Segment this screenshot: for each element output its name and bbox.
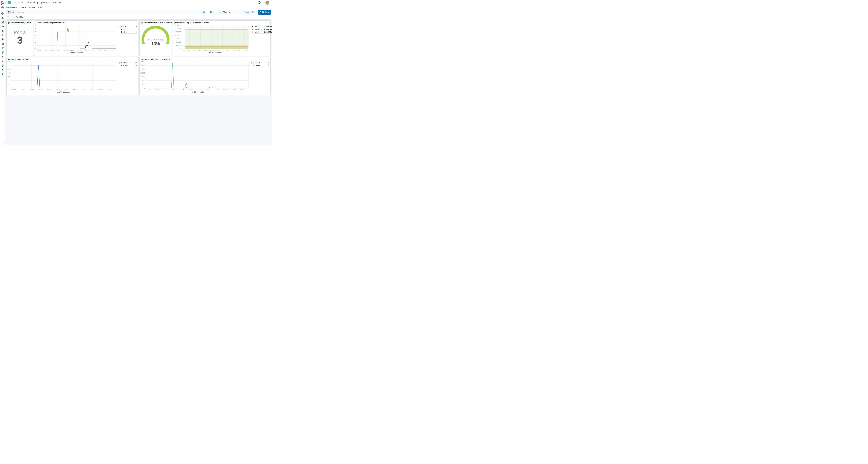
svg-text:16:10: 16:10: [187, 50, 191, 52]
svg-text:17:50: 17:50: [240, 89, 244, 91]
nav-recently-viewed[interactable]: [0, 5, 5, 10]
svg-text:17:10: 17:10: [220, 50, 224, 52]
svg-text:per 60 seconds: per 60 seconds: [70, 52, 83, 54]
panel-title: [Metricbeat Ceph] Pools: [7, 21, 33, 24]
legend-item-slm[interactable]: slm 0: [121, 31, 136, 33]
svg-text:16:20: 16:20: [164, 89, 168, 91]
legend-item-total[interactable]: total 30GB: [252, 25, 272, 28]
legend-expand-icon[interactable]: [118, 25, 121, 55]
legend-item-write[interactable]: write 0: [253, 64, 269, 67]
dashboard-menu: Full screen Share Clone Edit: [5, 5, 42, 9]
svg-text:16:30: 16:30: [57, 50, 61, 52]
header-divider: [263, 0, 264, 5]
svg-text:17:00: 17:00: [64, 89, 68, 91]
svg-text:6: 6: [35, 27, 36, 29]
panel-title: [Metricbeat Ceph] Cluster Disk Stats: [173, 21, 271, 24]
dashboard-icon: [1, 21, 4, 24]
kibana-logo[interactable]: [0, 0, 5, 5]
legend-expand-icon[interactable]: [250, 25, 252, 55]
svg-text:5: 5: [35, 31, 36, 33]
kql-selector[interactable]: KQL: [202, 11, 206, 13]
lock-icon: [1, 55, 4, 58]
svg-text:16:50: 16:50: [56, 89, 60, 91]
throughput-legend: read 0 write 0: [250, 60, 271, 94]
add-filter-button[interactable]: + Add filter: [14, 16, 24, 19]
nav-siem[interactable]: [0, 55, 5, 59]
time-range-value[interactable]: Last 2 hours: [216, 11, 244, 13]
breadcrumb-dashboard[interactable]: Dashboard: [13, 1, 24, 4]
iops-chart[interactable]: 00.511.522.533.516:0016:1016:2016:3016:4…: [7, 60, 118, 94]
share-button[interactable]: Share: [20, 6, 26, 9]
filter-settings-gear-icon[interactable]: [7, 16, 9, 19]
clone-button[interactable]: Clone: [29, 6, 35, 9]
cloud-server-icon: [1, 38, 4, 41]
legend-item-read[interactable]: read 0: [253, 61, 269, 64]
top-header: D Dashboard / [Metricbeat] Ceph Cluster …: [5, 0, 272, 5]
svg-text:2,000: 2,000: [141, 72, 145, 74]
svg-text:17:50: 17:50: [110, 50, 114, 52]
filters-button[interactable]: Filters: [6, 10, 15, 14]
calendar-menu-button[interactable]: [209, 10, 216, 14]
svg-text:17:40: 17:40: [231, 89, 236, 91]
nav-maps[interactable]: [0, 29, 5, 33]
legend-item-rbd[interactable]: rbd 5: [121, 25, 136, 28]
cluster-disk-chart[interactable]: 0B4.657GB9.313GB13.97GB18.626GB23.283GB2…: [173, 24, 250, 55]
panel-cluster-disk-stats: [Metricbeat Ceph] Cluster Disk Stats 0B4…: [173, 20, 271, 56]
dashboard-badge[interactable]: D: [8, 1, 11, 4]
refresh-icon: [259, 11, 261, 13]
help-button[interactable]: [255, 0, 263, 5]
svg-text:17:40: 17:40: [99, 89, 103, 91]
user-avatar[interactable]: e: [266, 1, 270, 4]
nav-management[interactable]: [0, 72, 5, 76]
legend-item-write[interactable]: write 0: [121, 64, 136, 67]
svg-text:16:00: 16:00: [182, 50, 186, 52]
svg-text:17:30: 17:30: [223, 89, 227, 91]
nav-monitoring[interactable]: [0, 67, 5, 72]
nav-dashboard[interactable]: [0, 20, 5, 24]
uptime-icon: [1, 51, 4, 54]
legend-item-pld[interactable]: pld 2: [121, 28, 136, 31]
nav-uptime[interactable]: [0, 50, 5, 55]
nav-metrics[interactable]: [0, 37, 5, 41]
collapse-nav-button[interactable]: [0, 140, 5, 145]
nav-discover[interactable]: [0, 11, 5, 16]
chevron-down-icon: [213, 11, 215, 13]
svg-text:16:40: 16:40: [63, 50, 67, 52]
legend-item-used[interactable]: used 3.014GB: [252, 31, 272, 33]
osd-gauge[interactable]: OSD disk usage 10%: [140, 24, 172, 55]
legend-item-available[interactable]: available 26.986GB: [252, 28, 272, 31]
nav-stack-monitoring[interactable]: [0, 63, 5, 67]
nav-active-highlight: [1, 20, 5, 24]
series-dot: [253, 65, 254, 66]
panel-title: [Metricbeat Ceph] IOPS: [7, 57, 138, 60]
svg-text:0: 0: [9, 87, 10, 89]
edit-button[interactable]: Edit: [38, 6, 42, 9]
show-dates-button[interactable]: Show dates: [244, 11, 256, 13]
refresh-button[interactable]: Refresh: [258, 10, 271, 14]
pool-objects-chart[interactable]: 0123456716:0016:1016:2016:3016:4016:5017…: [34, 24, 118, 55]
sidebar: [0, 0, 5, 145]
svg-text:16:40: 16:40: [181, 89, 185, 91]
svg-text:16:30: 16:30: [38, 89, 42, 91]
legend-expand-icon[interactable]: [118, 61, 121, 94]
nav-apm[interactable]: [0, 46, 5, 50]
svg-text:0: 0: [35, 48, 36, 50]
search-placeholder: Search: [17, 11, 202, 13]
svg-text:16:50: 16:50: [189, 89, 193, 91]
svg-text:3: 3: [35, 38, 36, 40]
legend-item-read[interactable]: read 0: [121, 61, 136, 64]
nav-machine-learning[interactable]: [0, 33, 5, 37]
filter-bar: + Add filter: [5, 15, 24, 19]
search-input[interactable]: Search KQL: [15, 10, 208, 14]
nav-canvas[interactable]: [0, 24, 5, 29]
full-screen-button[interactable]: Full screen: [6, 6, 17, 9]
page-title: [Metricbeat] Ceph Cluster Overview: [27, 1, 61, 4]
nav-visualize[interactable]: [0, 16, 5, 20]
nav-dev-tools[interactable]: [0, 59, 5, 63]
nav-logs[interactable]: [0, 41, 5, 46]
legend-expand-icon[interactable]: [250, 61, 253, 94]
breadcrumb-separator: /: [25, 1, 25, 4]
throughput-chart[interactable]: 05001,0001,5002,0002,5003,0003,50016:001…: [140, 60, 250, 94]
series-dot: [253, 62, 254, 63]
svg-text:17:00: 17:00: [215, 50, 219, 52]
